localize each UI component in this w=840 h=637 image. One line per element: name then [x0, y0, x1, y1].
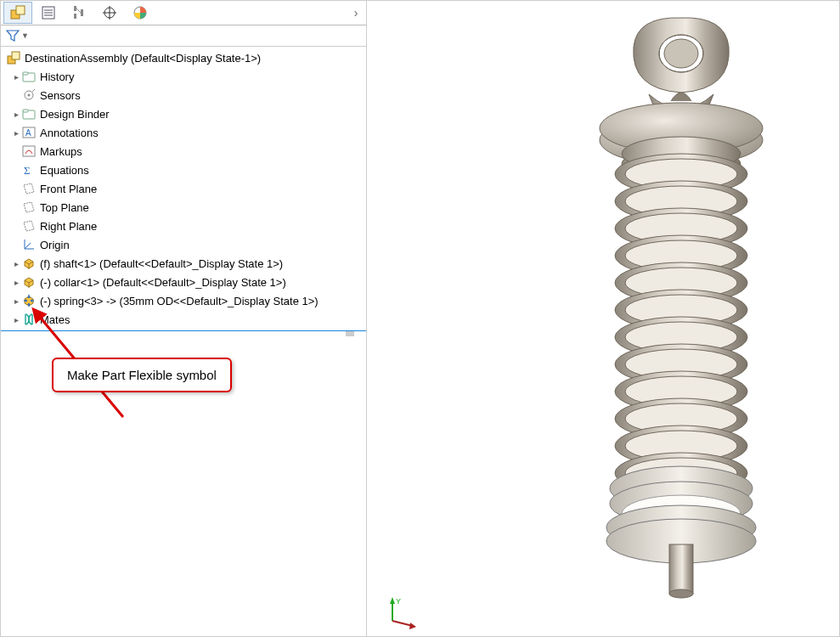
target-icon [102, 5, 117, 20]
tree-item-design-binder[interactable]: ▸ Design Binder [1, 104, 366, 123]
svg-rect-17 [23, 72, 28, 75]
expand-icon[interactable]: ▸ [11, 72, 21, 82]
svg-point-77 [669, 589, 693, 598]
expand-icon[interactable]: ▸ [11, 110, 21, 119]
tree-root-label: DestinationAssembly (Default<Display Sta… [25, 52, 261, 65]
annotations-icon: A [21, 125, 37, 140]
origin-icon [21, 237, 37, 252]
plane-icon [21, 200, 37, 215]
graphics-viewport[interactable]: Y [367, 1, 839, 636]
tree-item-history[interactable]: ▸ History [1, 67, 366, 86]
svg-rect-25 [23, 146, 35, 156]
tree-item-origin[interactable]: Origin [1, 235, 366, 254]
folder-icon [21, 106, 37, 121]
svg-rect-22 [23, 110, 28, 112]
tree-item-markups[interactable]: Markups [1, 142, 366, 161]
appearance-icon [132, 5, 148, 20]
tree-item-shaft[interactable]: ▸ (f) shaft<1> (Default<<Default>_Displa… [1, 254, 366, 273]
assembly-icon [6, 50, 21, 65]
expand-panel-chevron-icon[interactable]: › [347, 6, 364, 20]
tab-dim-expert[interactable] [95, 2, 124, 24]
callout: Make Part Flexible symbol [52, 358, 307, 392]
expand-icon[interactable]: ▸ [11, 259, 21, 268]
model-render [367, 1, 840, 637]
svg-rect-76 [669, 544, 693, 594]
tree-item-right-plane[interactable]: Right Plane [1, 217, 366, 235]
svg-marker-82 [409, 623, 416, 629]
chevron-down-icon: ▼ [21, 31, 29, 40]
svg-point-19 [28, 94, 31, 97]
svg-rect-15 [12, 52, 20, 59]
expand-icon[interactable]: ▸ [11, 315, 21, 324]
svg-line-9 [76, 8, 81, 13]
tree-item-top-plane[interactable]: Top Plane [1, 198, 366, 217]
expand-icon[interactable]: ▸ [11, 278, 21, 287]
tree-item-collar[interactable]: ▸ (-) collar<1> (Default<<Default>_Displ… [1, 273, 366, 291]
tree-item-annotations[interactable]: ▸ A Annotations [1, 123, 366, 142]
svg-text:Y: Y [396, 597, 401, 606]
svg-point-41 [664, 39, 698, 68]
feature-manager-panel: › ▼ DestinationAssembly (Default<Display… [1, 1, 367, 636]
plane-icon [21, 181, 37, 196]
panel-tab-bar: › [1, 1, 366, 25]
configuration-icon [71, 5, 87, 20]
expand-icon[interactable]: ▸ [11, 296, 21, 306]
svg-marker-79 [390, 597, 395, 604]
svg-line-29 [25, 243, 31, 249]
tree-root[interactable]: DestinationAssembly (Default<Display Sta… [1, 48, 366, 67]
expand-icon[interactable]: ▸ [11, 128, 21, 138]
sensor-icon [21, 87, 37, 103]
svg-line-81 [392, 621, 413, 626]
svg-text:Σ: Σ [24, 164, 31, 177]
tree-filter-bar[interactable]: ▼ [1, 25, 366, 47]
tab-feature-tree[interactable] [3, 2, 32, 24]
callout-text: Make Part Flexible symbol [67, 368, 217, 382]
part-icon [21, 256, 37, 271]
plane-icon [21, 218, 37, 234]
funnel-icon [6, 29, 20, 42]
svg-rect-8 [81, 9, 83, 16]
svg-rect-6 [74, 6, 76, 11]
svg-rect-1 [16, 6, 25, 14]
folder-icon [21, 69, 37, 84]
equations-icon: Σ [21, 162, 37, 178]
svg-text:A: A [25, 128, 31, 138]
tree-item-sensors[interactable]: Sensors [1, 86, 366, 104]
part-icon [21, 274, 37, 290]
svg-line-20 [32, 89, 35, 92]
markups-icon [21, 144, 37, 159]
tree-item-front-plane[interactable]: Front Plane [1, 179, 366, 198]
tab-display-manager[interactable] [126, 2, 155, 24]
tab-configuration-manager[interactable] [65, 2, 93, 24]
properties-icon [41, 5, 56, 20]
tab-property-manager[interactable] [34, 2, 63, 24]
svg-rect-7 [74, 14, 76, 19]
assembly-icon [10, 5, 25, 20]
tree-item-equations[interactable]: Σ Equations [1, 161, 366, 179]
triad-icon: Y [384, 595, 418, 629]
